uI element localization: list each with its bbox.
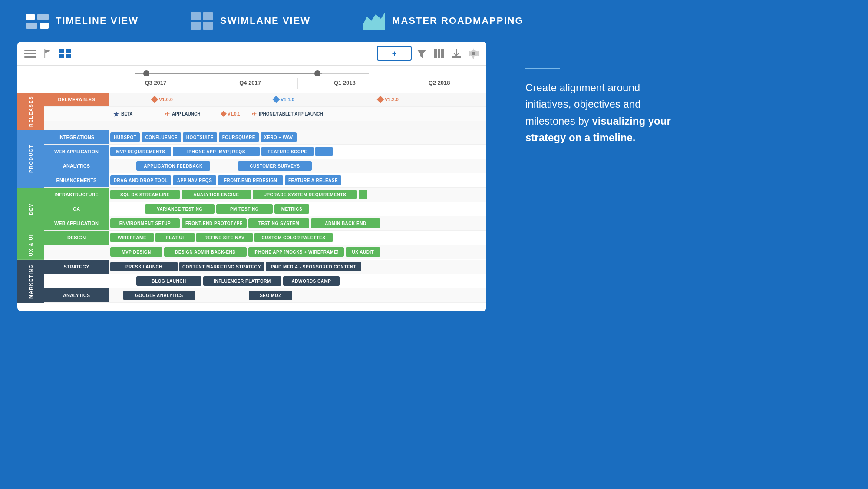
row-label-enhancements: ENHANCEMENTS <box>44 173 109 187</box>
svg-rect-10 <box>24 53 36 54</box>
section-label-marketing: MARKETING <box>17 260 44 303</box>
row-content-design-2: MVP DESIGN DESIGN ADMIN BACK-END IPHONE … <box>109 245 486 259</box>
list-icon[interactable] <box>24 49 36 58</box>
row-content-web-app-dev: ENVIRONMENT SETUP FRONT-END PROTOTYPE TE… <box>109 216 486 230</box>
slider-thumb-right[interactable] <box>314 70 320 76</box>
quarter-q1-2018: Q1 2018 <box>298 78 393 89</box>
row-strategy-1: STRATEGY PRESS LAUNCH CONTENT MARKETING … <box>44 260 486 274</box>
svg-marker-13 <box>45 50 50 53</box>
bar-metrics: METRICS <box>274 204 309 214</box>
quarter-q2-2018: Q2 2018 <box>392 78 486 89</box>
nav-item-timeline[interactable]: TIMELINE VIEW <box>26 12 139 30</box>
svg-rect-9 <box>24 50 36 51</box>
section-dev: DEV INFRASTRUCTURE SQL DB STREAMLINE ANA… <box>17 188 486 231</box>
bar-analytics-engine: ANALYTICS ENGINE <box>182 190 251 199</box>
bar-content-marketing: CONTENT MARKETING STRATEGY <box>179 262 264 271</box>
event-iphone-launch: ✈ IPHONE/TABLET APP LAUNCH <box>252 111 323 117</box>
bar-admin-back: ADMIN BACK END <box>311 218 380 228</box>
row-content-design-1: WIREFRAME FLAT UI REFINE SITE NAV CUSTOM… <box>109 231 486 244</box>
bar-paid-media: PAID MEDIA - SPONSORED CONTENT <box>266 262 361 271</box>
svg-rect-22 <box>452 56 461 58</box>
add-button[interactable]: + <box>377 46 412 61</box>
top-navigation: TIMELINE VIEW SWIMLANE VIEW MASTER ROADM… <box>0 0 868 42</box>
row-label-qa: QA <box>44 202 109 216</box>
row-design-2: MVP DESIGN DESIGN ADMIN BACK-END IPHONE … <box>44 245 486 259</box>
svg-marker-18 <box>417 50 426 58</box>
row-web-application: WEB APPLICATION MVP REQUIREMENTS IPHONE … <box>44 145 486 159</box>
svg-rect-0 <box>26 14 35 20</box>
row-enhancements: ENHANCEMENTS DRAG AND DROP TOOL APP NAV … <box>44 173 486 188</box>
quarters-row: Q3 2017 Q4 2017 Q1 2018 Q2 2018 <box>109 78 486 89</box>
svg-rect-15 <box>66 49 71 53</box>
bar-design-admin: DESIGN ADMIN BACK-END <box>164 247 247 257</box>
svg-rect-12 <box>44 49 45 58</box>
bar-feature-scope: FEATURE SCOPE <box>261 147 314 156</box>
svg-rect-4 <box>191 12 201 20</box>
bar-feature-scope-2 <box>315 147 333 156</box>
bar-blog-launch: BLOG LAUNCH <box>136 276 201 286</box>
side-description: Create alignment around initiatives, obj… <box>512 42 851 146</box>
row-label-web-app-dev: WEB APPLICATION <box>44 216 109 230</box>
timeline-slider[interactable] <box>135 72 369 75</box>
section-product: PRODUCT INTEGRATIONS HUBSPOT CONFLUENCE … <box>17 130 486 188</box>
row-label-infrastructure: INFRASTRUCTURE <box>44 188 109 202</box>
row-label-analytics-marketing: ANALYTICS <box>44 288 109 302</box>
description-text: Create alignment around initiatives, obj… <box>525 79 842 146</box>
quarter-q4-2017: Q4 2017 <box>203 78 298 89</box>
toolbar-left <box>24 49 71 58</box>
filter-icon[interactable] <box>416 48 427 59</box>
nav-label-master: MASTER ROADMAPPING <box>392 15 523 26</box>
swimlane-icon <box>191 12 213 30</box>
slider-thumb-left[interactable] <box>143 70 149 76</box>
section-ux: UX & UI DESIGN WIREFRAME FLAT UI REFINE … <box>17 231 486 260</box>
export-icon[interactable] <box>451 48 462 59</box>
main-content: + <box>0 42 868 311</box>
svg-rect-11 <box>24 56 36 58</box>
bar-foursquare: FOURSQUARE <box>219 132 259 142</box>
row-analytics-product: ANALYTICS APPLICATION FEEDBACK CUSTOMER … <box>44 159 486 173</box>
svg-rect-14 <box>59 49 64 53</box>
row-content-integrations: HUBSPOT CONFLUENCE HOOTSUITE FOURSQUARE … <box>109 130 486 144</box>
flag-icon[interactable] <box>42 49 54 58</box>
nav-item-master[interactable]: MASTER ROADMAPPING <box>363 12 523 30</box>
row-label-analytics-product: ANALYTICS <box>44 159 109 173</box>
row-content-strategy-1: PRESS LAUNCH CONTENT MARKETING STRATEGY … <box>109 260 486 274</box>
row-content-analytics-marketing: GOOGLE ANALYTICS SEO MOZ <box>109 288 486 302</box>
milestone-v110: V1.1.0 <box>274 97 294 102</box>
quarter-q3-2017: Q3 2017 <box>109 78 203 89</box>
section-marketing: MARKETING STRATEGY PRESS LAUNCH CONTENT … <box>17 260 486 303</box>
svg-rect-6 <box>191 22 201 30</box>
section-releases: RELEASES DELIVERABLES V1.0.0 <box>17 93 486 130</box>
nav-label-swimlane: SWIMLANE VIEW <box>220 15 310 26</box>
milestone-v100: V1.0.0 <box>152 97 173 102</box>
bar-iphone-mocks: IPHONE APP [MOCKS + WIREFRAME] <box>248 247 344 257</box>
bar-sql: SQL DB STREAMLINE <box>110 190 180 199</box>
row-deliverables: DELIVERABLES V1.0.0 V1.1.0 <box>44 93 486 107</box>
section-label-product: PRODUCT <box>17 130 44 188</box>
bar-influencer: INFLUENCER PLATFORM <box>203 276 281 286</box>
bar-upgrade-sys: UPGRADE SYSTEM REQUIREMENTS <box>253 190 357 199</box>
bar-frontend-redesign: FRONT-END REDESIGN <box>218 175 283 185</box>
svg-rect-21 <box>441 49 444 58</box>
columns-icon[interactable] <box>433 48 445 59</box>
settings-icon[interactable] <box>468 48 479 59</box>
bar-testing-sys: TESTING SYSTEM <box>248 218 309 228</box>
toolbar: + <box>17 42 486 66</box>
svg-rect-5 <box>203 12 213 20</box>
bar-iphone-reqs: IPHONE APP [MVP] REQS <box>173 147 260 156</box>
row-analytics-marketing: ANALYTICS GOOGLE ANALYTICS SEO MOZ <box>44 288 486 303</box>
svg-rect-19 <box>434 49 437 58</box>
grid-icon[interactable] <box>59 49 71 58</box>
row-label-web-application: WEB APPLICATION <box>44 145 109 159</box>
bar-refine-site: REFINE SITE NAV <box>196 233 253 242</box>
svg-rect-17 <box>66 54 71 58</box>
svg-rect-16 <box>59 54 64 58</box>
timeline-header: Q3 2017 Q4 2017 Q1 2018 Q2 2018 <box>17 66 486 93</box>
bar-mvp-requirements: MVP REQUIREMENTS <box>110 147 171 156</box>
master-icon <box>363 12 385 30</box>
side-divider <box>525 68 560 69</box>
row-integrations: INTEGRATIONS HUBSPOT CONFLUENCE HOOTSUIT… <box>44 130 486 145</box>
nav-item-swimlane[interactable]: SWIMLANE VIEW <box>191 12 310 30</box>
event-app-launch: ✈ APP LAUNCH <box>165 111 200 117</box>
section-label-releases: RELEASES <box>17 93 44 130</box>
